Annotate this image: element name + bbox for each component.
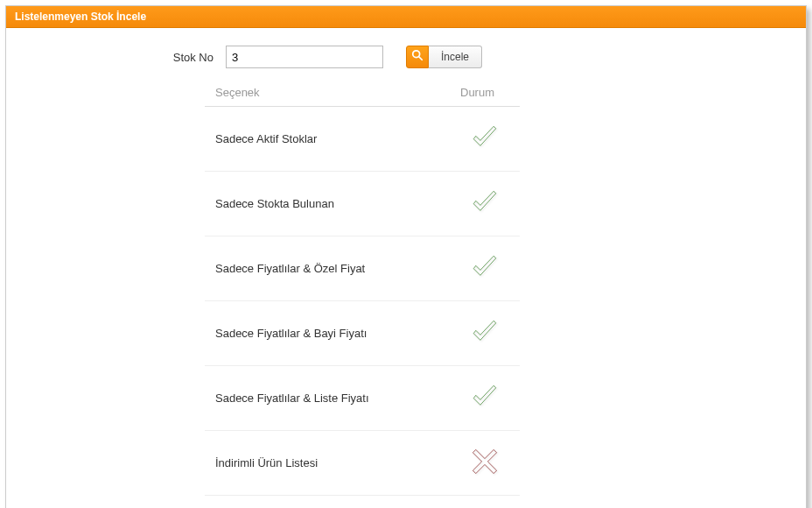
- incele-button[interactable]: İncele: [429, 46, 482, 68]
- stok-no-input[interactable]: [226, 46, 383, 68]
- search-icon: [411, 49, 424, 65]
- cross-icon: [470, 466, 500, 479]
- table-row: Sadece Aktif Stoklar: [205, 107, 520, 172]
- option-cell: Sadece Fiyatlılar & Liste Fiyatı: [205, 366, 450, 431]
- status-cell: [450, 301, 520, 366]
- status-cell: [450, 172, 520, 236]
- option-cell: Sadece Fiyatlılar & Özel Fiyat: [205, 236, 450, 301]
- table-row: Sadece Fiyatlılar & Bayi Fiyatı: [205, 301, 520, 366]
- search-icon-button[interactable]: [406, 46, 429, 68]
- window-title: Listelenmeyen Stok İncele: [6, 6, 806, 28]
- table-row: Sadece Fiyatlılar & Liste Fiyatı: [205, 366, 520, 431]
- option-cell: Sadece Stokta Bulunan: [205, 172, 450, 236]
- check-icon: [470, 142, 500, 155]
- window: Listelenmeyen Stok İncele Stok No İnc: [5, 5, 807, 508]
- table-row: Sadece Fiyatlılar & Özel Fiyat: [205, 236, 520, 301]
- option-cell: Yeni Çıkan Ürün Listesi: [205, 496, 450, 509]
- check-icon: [470, 272, 500, 285]
- check-icon: [470, 336, 500, 349]
- check-icon: [470, 401, 500, 414]
- svg-line-1: [419, 57, 423, 60]
- column-header-status: Durum: [450, 79, 520, 107]
- check-icon: [470, 207, 500, 220]
- stok-no-label: Stok No: [161, 51, 214, 64]
- option-cell: Sadece Fiyatlılar & Bayi Fiyatı: [205, 301, 450, 366]
- status-cell: [450, 496, 520, 509]
- search-row: Stok No İncele: [161, 46, 651, 68]
- content-area: Stok No İncele: [6, 28, 806, 508]
- option-cell: İndirimli Ürün Listesi: [205, 431, 450, 496]
- table-row: Sadece Stokta Bulunan: [205, 172, 520, 236]
- status-cell: [450, 236, 520, 301]
- option-cell: Sadece Aktif Stoklar: [205, 107, 450, 172]
- table-row: İndirimli Ürün Listesi: [205, 431, 520, 496]
- status-cell: [450, 107, 520, 172]
- status-cell: [450, 431, 520, 496]
- table-row: Yeni Çıkan Ürün Listesi: [205, 496, 520, 509]
- status-cell: [450, 366, 520, 431]
- options-table: Seçenek Durum Sadece Aktif StoklarSadece…: [205, 79, 520, 508]
- column-header-option: Seçenek: [205, 79, 450, 107]
